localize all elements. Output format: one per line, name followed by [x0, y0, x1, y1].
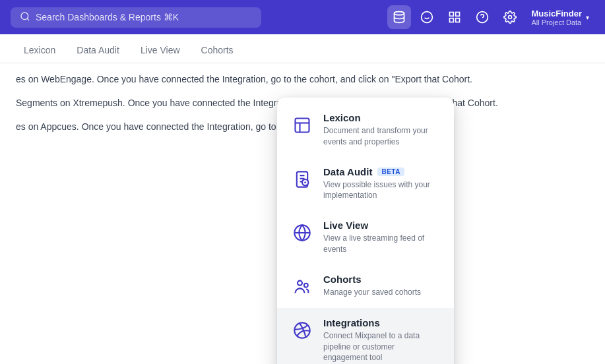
lexicon-text: Lexicon Document and transform your even…: [323, 112, 441, 148]
content-text-2: Segments on Xtremepush. Once you have co…: [16, 98, 300, 108]
integrations-text: Integrations Connect Mixpanel to a data …: [323, 317, 441, 363]
menu-item-data-audit[interactable]: Data Audit BETA View possible issues wit…: [277, 157, 454, 211]
svg-rect-6: [450, 13, 454, 16]
content-text-1: es on WebEngage. Once you have connected…: [16, 74, 307, 84]
chevron-down-icon: ▾: [586, 14, 589, 21]
svg-rect-8: [450, 18, 454, 22]
svg-point-12: [509, 16, 512, 19]
cohorts-desc: Manage your saved cohorts: [323, 287, 441, 298]
tab-lexicon[interactable]: Lexicon: [13, 38, 66, 63]
svg-point-22: [304, 284, 308, 288]
data-audit-desc: View possible issues with your implement…: [323, 179, 441, 202]
svg-point-2: [395, 12, 404, 15]
menu-item-live-view[interactable]: Live View View a live streaming feed of …: [277, 210, 454, 264]
svg-line-1: [27, 18, 29, 20]
search-icon: [20, 11, 30, 24]
lexicon-icon: [290, 113, 314, 137]
main-content: es on WebEngage. Once you have connected…: [0, 63, 605, 364]
svg-point-3: [422, 12, 433, 23]
top-nav: Search Dashboards & Reports ⌘K: [0, 0, 605, 34]
user-area[interactable]: MusicFinder All Project Data ▾: [526, 6, 594, 29]
help-icon-btn[interactable]: [470, 5, 494, 29]
menu-item-integrations[interactable]: Integrations Connect Mixpanel to a data …: [277, 308, 454, 364]
tab-cohorts[interactable]: Cohorts: [191, 38, 244, 63]
integrations-title: Integrations: [323, 317, 441, 328]
tab-data-audit[interactable]: Data Audit: [66, 38, 130, 63]
svg-rect-13: [296, 119, 309, 133]
svg-point-0: [21, 13, 28, 20]
content-block-1: es on WebEngage. Once you have connected…: [16, 74, 589, 84]
grid-icon-btn[interactable]: [443, 5, 466, 29]
user-subtitle: All Project Data: [531, 18, 582, 26]
cohorts-text: Cohorts Manage your saved cohorts: [323, 274, 441, 298]
secondary-nav: Lexicon Data Audit Live View Cohorts: [0, 34, 605, 63]
data-icon-btn[interactable]: [387, 5, 411, 29]
settings-icon-btn[interactable]: [498, 5, 522, 29]
svg-rect-7: [456, 13, 460, 16]
nav-icons: MusicFinder All Project Data ▾: [387, 5, 594, 29]
user-name: MusicFinder: [531, 9, 582, 18]
cohorts-icon: [290, 275, 314, 299]
cohorts-title: Cohorts: [323, 274, 441, 285]
beta-badge: BETA: [377, 167, 404, 176]
integrations-icon: [290, 318, 314, 342]
live-view-icon: [290, 221, 314, 245]
data-audit-icon: [290, 167, 314, 191]
live-view-title: Live View: [323, 220, 441, 231]
integrations-desc: Connect Mixpanel to a data pipeline or c…: [323, 330, 441, 363]
menu-item-lexicon[interactable]: Lexicon Document and transform your even…: [277, 103, 454, 157]
live-view-desc: View a live streaming feed of events: [323, 233, 441, 255]
data-audit-text: Data Audit BETA View possible issues wit…: [323, 166, 441, 202]
svg-point-21: [298, 280, 302, 285]
dropdown-menu: Lexicon Document and transform your even…: [277, 98, 454, 364]
data-audit-title: Data Audit BETA: [323, 166, 441, 177]
lexicon-desc: Document and transform your events and p…: [323, 125, 441, 148]
emoji-icon-btn[interactable]: [415, 5, 439, 29]
menu-item-cohorts[interactable]: Cohorts Manage your saved cohorts: [277, 264, 454, 308]
svg-rect-9: [456, 18, 460, 22]
lexicon-title: Lexicon: [323, 112, 441, 123]
tab-live-view[interactable]: Live View: [130, 38, 191, 63]
live-view-text: Live View View a live streaming feed of …: [323, 220, 441, 255]
search-placeholder: Search Dashboards & Reports ⌘K: [36, 12, 179, 22]
search-bar[interactable]: Search Dashboards & Reports ⌘K: [11, 7, 261, 28]
